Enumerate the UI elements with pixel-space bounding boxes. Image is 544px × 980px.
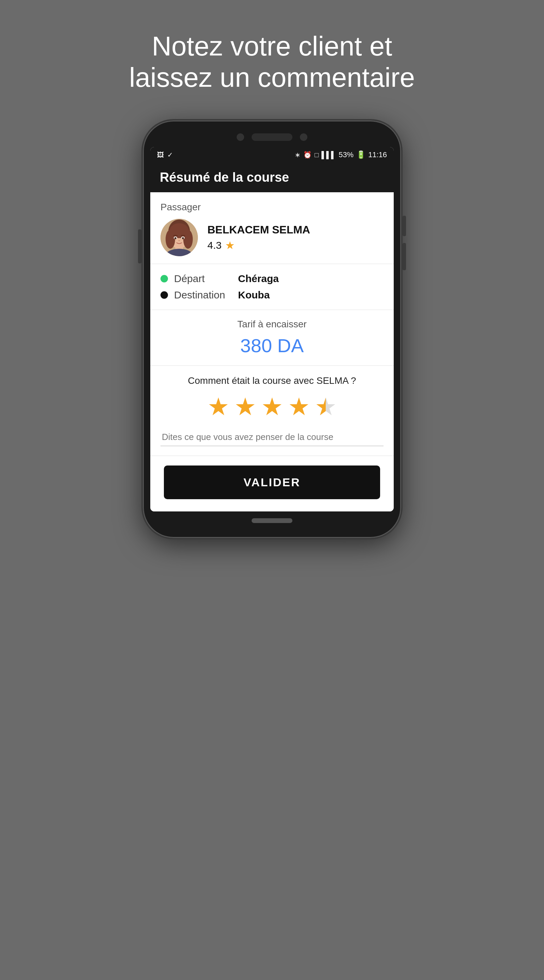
avatar [160,219,198,256]
rating-section: Comment était la course avec SELMA ? ★ ★… [150,366,394,456]
earpiece-speaker [252,134,292,141]
phone-screen: 🖼 ✓ ∗ ⏰ □ ▌▌▌ 53% 🔋 11:16 Résumé de la c… [150,147,394,511]
svg-point-6 [170,223,189,238]
passager-rating-value: 4.3 [208,240,222,251]
app-bar-title: Résumé de la course [160,170,289,185]
destination-row: Destination Kouba [160,289,384,301]
fare-label: Tarif à encaisser [160,319,384,330]
image-icon: 🖼 [157,151,164,159]
phone-top-bar [150,134,394,141]
depart-value: Chéraga [238,273,279,285]
star-3-button[interactable]: ★ [261,395,283,419]
passager-star-icon: ★ [225,239,235,252]
front-camera [236,134,244,141]
battery-icon: 🔋 [356,150,365,159]
clock: 11:16 [368,150,387,159]
headline: Notez votre client et laissez un comment… [129,30,415,93]
passager-name: BELKACEM SELMA [208,224,310,236]
app-bar: Résumé de la course [150,163,394,192]
destination-label: Destination [174,289,232,301]
star-5-button[interactable]: ★ [315,395,337,419]
passager-section: Passager [150,192,394,264]
alarm-icon: ⏰ [303,151,312,159]
headline-line1: Notez votre client et [152,31,392,61]
depart-label: Départ [174,273,232,285]
home-indicator[interactable] [252,518,292,523]
passager-info: BELKACEM SELMA 4.3 ★ [208,224,310,252]
signal-icon: ▌▌▌ [321,151,336,159]
destination-value: Kouba [238,289,270,301]
fare-amount: 380 DA [160,334,384,356]
card: Passager [150,192,394,511]
bluetooth-icon: ∗ [295,151,301,159]
headline-line2: laissez un commentaire [129,62,415,92]
phone-shell: 🖼 ✓ ∗ ⏰ □ ▌▌▌ 53% 🔋 11:16 Résumé de la c… [143,121,401,538]
fare-section: Tarif à encaisser 380 DA [150,310,394,366]
volume-down-button [403,243,406,270]
phone-bottom-bar [150,518,394,523]
depart-row: Départ Chéraga [160,273,384,285]
volume-up-button [403,216,406,236]
star-2-button[interactable]: ★ [234,395,256,419]
check-icon: ✓ [167,151,173,159]
status-left-icons: 🖼 ✓ [157,151,173,159]
wifi-icon: □ [314,151,319,159]
comment-input[interactable] [160,428,384,446]
destination-dot [160,291,168,299]
trip-section: Départ Chéraga Destination Kouba [150,264,394,310]
battery-percent: 53% [339,150,354,159]
rating-question: Comment était la course avec SELMA ? [160,375,384,386]
star-1-button[interactable]: ★ [208,395,230,419]
passager-row: BELKACEM SELMA 4.3 ★ [160,219,384,256]
status-right-icons: ∗ ⏰ □ ▌▌▌ 53% 🔋 11:16 [295,150,387,159]
stars-row[interactable]: ★ ★ ★ ★ ★ [160,395,384,419]
passager-rating: 4.3 ★ [208,239,310,252]
power-button [138,229,141,263]
svg-point-9 [174,237,176,239]
status-bar: 🖼 ✓ ∗ ⏰ □ ▌▌▌ 53% 🔋 11:16 [150,147,394,163]
depart-dot [160,275,168,282]
proximity-sensor [300,134,308,141]
svg-point-10 [182,237,184,239]
passager-label: Passager [160,202,384,213]
validate-button[interactable]: VALIDER [164,466,380,499]
validate-section: VALIDER [150,456,394,511]
star-4-button[interactable]: ★ [288,395,310,419]
avatar-image [160,219,198,256]
